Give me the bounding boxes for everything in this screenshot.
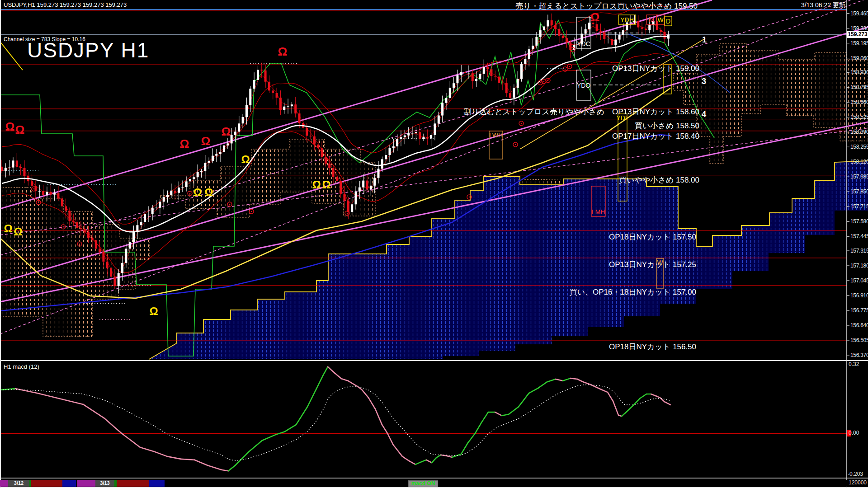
omega-marker-yellow: Ω xyxy=(193,186,202,198)
macd-line-segment xyxy=(651,394,656,396)
candle-body xyxy=(268,82,270,91)
macd-line-segment xyxy=(461,443,468,454)
session-segment xyxy=(62,480,76,487)
omega-marker-red: Ω xyxy=(278,45,288,58)
macd-line-segment xyxy=(285,425,296,432)
macd-line-segment xyxy=(409,461,415,465)
omega-marker-red: Ω xyxy=(201,134,211,148)
candle-body xyxy=(585,29,587,34)
macd-line-segment xyxy=(583,382,590,385)
macd-line-segment xyxy=(341,379,348,381)
price-axis-label: 156.370 xyxy=(850,352,868,358)
candle-body xyxy=(16,160,18,167)
candle-body xyxy=(498,76,500,83)
candle-body xyxy=(260,70,263,70)
macd-line-segment xyxy=(382,425,387,433)
candle-body xyxy=(524,59,526,64)
candle-body xyxy=(407,133,410,136)
candle-body xyxy=(528,49,530,59)
candle-body xyxy=(486,67,489,69)
candle-body xyxy=(253,80,255,89)
candle-body xyxy=(362,181,364,188)
candle-body xyxy=(415,132,417,133)
candle-body xyxy=(95,240,97,249)
macd-line-segment xyxy=(262,435,276,441)
macd-line-segment xyxy=(656,396,660,398)
macd-line-segment xyxy=(432,458,436,463)
macd-scale-bottom: -0.203 xyxy=(848,471,863,477)
candle-body xyxy=(80,228,82,229)
price-axis-label: 157.715 xyxy=(850,203,868,210)
session-segment: 3/12 xyxy=(8,480,29,487)
candle-body xyxy=(193,177,195,179)
candle-body xyxy=(151,208,154,214)
omega-marker-red: Ω xyxy=(180,137,189,150)
candle-body xyxy=(223,145,225,152)
macd-scale-zero: 0.00 xyxy=(849,430,859,436)
circle-marker-dot xyxy=(543,81,545,82)
chart-canvas[interactable]: ΩΩΩΩΩΩΩΩΩΩΩΩΩΩΩYDHMWDYDCYDOYDLLMHLWHWOP1… xyxy=(0,0,868,488)
macd-line-segment xyxy=(613,401,618,415)
candle-body xyxy=(501,83,504,83)
omega-marker-yellow: Ω xyxy=(322,178,330,191)
candle-body xyxy=(430,135,432,139)
macd-line-segment xyxy=(601,389,608,392)
candle-body xyxy=(614,40,617,45)
omega-marker-red: Ω xyxy=(15,123,25,136)
candle-body xyxy=(419,132,421,139)
price-axis-label: 157.045 xyxy=(850,277,868,284)
tag-box-label: YDC xyxy=(577,40,590,47)
candle-body xyxy=(163,197,165,202)
circle-marker-dot xyxy=(38,202,39,203)
candle-body xyxy=(200,171,203,172)
session-segment xyxy=(149,480,165,487)
candle-body xyxy=(61,198,63,206)
candle-body xyxy=(189,179,191,181)
macd-line-segment xyxy=(538,382,547,388)
macd-line-segment xyxy=(660,398,665,402)
candle-body xyxy=(449,88,451,98)
price-axis-label: 156.505 xyxy=(850,337,868,343)
candle-body xyxy=(400,137,402,139)
candle-body xyxy=(422,137,425,138)
macd-line-segment xyxy=(368,398,375,409)
candle-body xyxy=(50,192,52,194)
candle-body xyxy=(12,160,14,167)
candle-body xyxy=(310,136,312,136)
tag-box-label: LMH xyxy=(592,208,605,216)
candle-body xyxy=(110,268,112,277)
omega-marker-red: Ω xyxy=(5,120,15,133)
candle-body xyxy=(558,29,560,36)
candle-body xyxy=(370,186,372,190)
macd-line-segment xyxy=(563,378,571,381)
macd-line-segment xyxy=(608,392,613,401)
tag-box-label: LWH xyxy=(489,131,503,139)
level-annotation: 買い小さめ 158.50 xyxy=(635,122,699,130)
wave-number-label: 3 xyxy=(702,77,706,86)
candle-body xyxy=(42,191,44,195)
candle-body xyxy=(317,145,319,148)
candle-body xyxy=(554,25,557,29)
candle-body xyxy=(125,249,127,263)
circle-marker-dot xyxy=(569,66,571,67)
volume-scale-label: 120000 xyxy=(849,479,867,486)
macd-line-segment xyxy=(509,407,519,414)
candle-body xyxy=(170,191,172,195)
candle-body xyxy=(618,35,621,40)
macd-line-segment xyxy=(167,456,181,459)
tag-box-label: W xyxy=(657,16,664,23)
macd-line-segment xyxy=(622,413,625,416)
macd-line-segment xyxy=(316,375,323,389)
candle-body xyxy=(159,202,161,207)
price-axis-label: 159.060 xyxy=(850,55,868,61)
candle-body xyxy=(264,70,267,82)
macd-line-segment xyxy=(633,399,640,406)
candle-body xyxy=(453,83,455,88)
price-axis-label: 157.985 xyxy=(850,174,868,180)
session-segment xyxy=(31,480,62,487)
candle-body xyxy=(121,263,123,273)
candle-body xyxy=(332,168,335,177)
macd-toggle-button[interactable]: macd ON xyxy=(408,480,438,487)
omega-marker-yellow: Ω xyxy=(312,178,321,191)
level-annotation: OP17日NYカット 158.40 xyxy=(612,132,699,141)
